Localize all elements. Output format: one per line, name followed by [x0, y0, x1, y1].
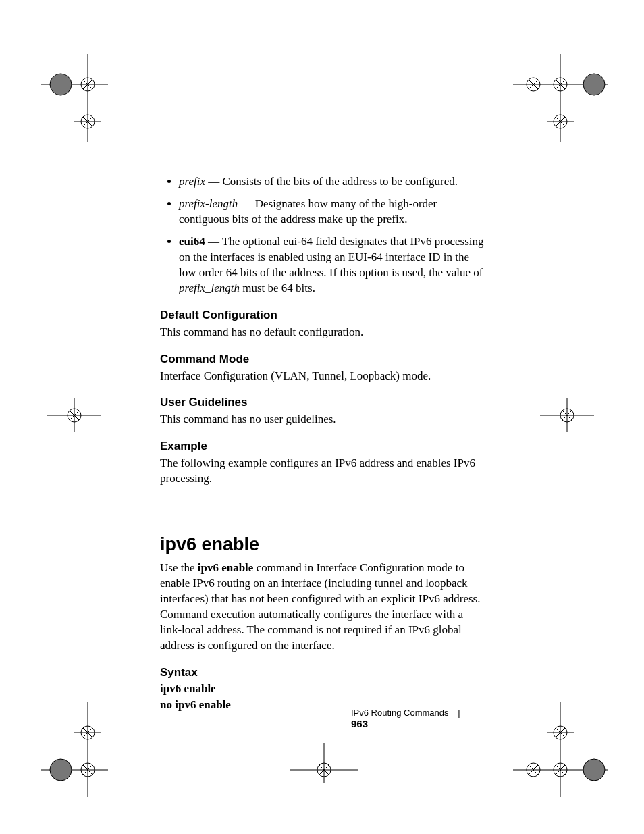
intro-post: command in Interface Configuration mode …: [160, 561, 480, 652]
user-guidelines-heading: User Guidelines: [160, 396, 484, 409]
svg-point-50: [583, 759, 605, 781]
syntax-line: ipv6 enable: [160, 682, 484, 696]
list-item: prefix-length — Designates how many of t…: [179, 197, 484, 228]
crop-mark-icon: [513, 702, 608, 797]
command-title: ipv6 enable: [160, 534, 484, 555]
crop-mark-icon: [47, 398, 101, 432]
intro-pre: Use the: [160, 561, 198, 574]
param-desc-post: must be 64 bits.: [240, 282, 315, 294]
default-config-heading: Default Configuration: [160, 309, 484, 322]
parameter-list: prefix — Consists of the bits of the add…: [160, 174, 484, 296]
param-desc-italic: prefix_length: [179, 282, 240, 294]
param-term: eui64: [179, 235, 205, 248]
crop-mark-icon: [290, 743, 358, 783]
svg-point-12: [583, 74, 605, 95]
default-config-body: This command has no default configuratio…: [160, 325, 484, 340]
crop-mark-icon: [540, 398, 594, 432]
command-mode-heading: Command Mode: [160, 353, 484, 366]
svg-point-35: [50, 759, 72, 781]
intro-bold: ipv6 enable: [198, 561, 254, 574]
param-desc: — Consists of the bits of the address to…: [205, 175, 458, 188]
crop-mark-icon: [513, 54, 608, 142]
syntax-heading: Syntax: [160, 666, 484, 679]
crop-mark-icon: [41, 54, 108, 142]
param-desc-pre: — The optional eui-64 field designates t…: [179, 235, 484, 279]
command-mode-body: Interface Configuration (VLAN, Tunnel, L…: [160, 369, 484, 384]
page-footer: IPv6 Routing Commands | 963: [351, 708, 486, 729]
page-number: 963: [351, 718, 368, 729]
footer-separator: |: [458, 708, 460, 718]
svg-point-2: [50, 74, 72, 95]
crop-mark-icon: [41, 702, 108, 797]
user-guidelines-body: This command has no user guidelines.: [160, 412, 484, 427]
param-term: prefix-length: [179, 197, 238, 210]
example-heading: Example: [160, 440, 484, 453]
param-term: prefix: [179, 175, 205, 188]
list-item: eui64 — The optional eui-64 field design…: [179, 234, 484, 296]
footer-section: IPv6 Routing Commands: [351, 708, 449, 718]
command-intro: Use the ipv6 enable command in Interface…: [160, 561, 484, 654]
page-content: prefix — Consists of the bits of the add…: [160, 174, 484, 714]
example-body: The following example configures an IPv6…: [160, 456, 484, 487]
list-item: prefix — Consists of the bits of the add…: [179, 174, 484, 190]
